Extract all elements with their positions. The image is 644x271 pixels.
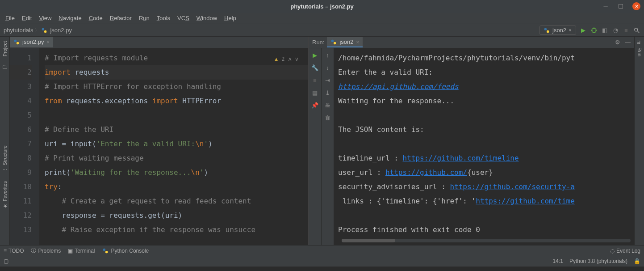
menu-help[interactable]: Help bbox=[222, 14, 239, 22]
tool-favorites[interactable]: ★Favorites bbox=[1, 179, 8, 211]
tool-python-console[interactable]: Python Console bbox=[102, 248, 149, 254]
run-button[interactable]: ▶ bbox=[580, 27, 587, 34]
editor-tab-json2[interactable]: json2.py × bbox=[10, 37, 53, 48]
breadcrumb-file[interactable]: json2.py bbox=[50, 27, 71, 34]
console-link[interactable]: https://github.com/ bbox=[385, 168, 467, 177]
editor-tab-bar: json2.py × bbox=[10, 37, 308, 48]
run-config-name: json2 bbox=[552, 27, 566, 34]
python-icon bbox=[102, 248, 109, 254]
nav-bar: phytutorials 〉 json2.py json2 ▼ ▶ ◧ ◔ ■ bbox=[0, 24, 644, 37]
status-icon[interactable]: ▢ bbox=[4, 258, 8, 264]
close-tab-icon[interactable]: × bbox=[46, 39, 49, 45]
tool-problems[interactable]: ⓘProblems bbox=[31, 247, 61, 254]
console-output[interactable]: /home/fahmida/PycharmProjects/phytutoria… bbox=[334, 48, 634, 245]
svg-rect-11 bbox=[17, 42, 19, 44]
menu-code[interactable]: Code bbox=[86, 14, 105, 22]
tool-event-log[interactable]: ◌Event Log bbox=[610, 248, 640, 254]
profile-button[interactable]: ◔ bbox=[612, 27, 619, 34]
console-scrollbar[interactable] bbox=[342, 239, 631, 242]
scroll-to-end-icon[interactable]: ⤓ bbox=[324, 89, 332, 97]
code-editor[interactable]: 12345678910111213 ▲2 ʌ v # Import reques… bbox=[10, 48, 308, 245]
up-icon[interactable]: ↑ bbox=[324, 51, 332, 59]
console-link[interactable]: https://api.github.com/feeds bbox=[338, 82, 459, 91]
run-tab-label: json2 bbox=[339, 38, 353, 45]
pin-icon[interactable]: 📌 bbox=[311, 101, 319, 109]
tool-structure[interactable]: ⋮Structure bbox=[1, 144, 8, 174]
breadcrumb-project[interactable]: phytutorials bbox=[4, 27, 33, 34]
tool-terminal[interactable]: ▣Terminal bbox=[68, 248, 95, 254]
svg-point-8 bbox=[635, 28, 638, 31]
menu-view[interactable]: View bbox=[36, 14, 54, 22]
svg-rect-2 bbox=[544, 28, 547, 30]
search-button[interactable] bbox=[633, 27, 640, 34]
menu-bar: File Edit View Navigate Code Refactor Ru… bbox=[0, 13, 644, 24]
close-run-tab-icon[interactable]: × bbox=[356, 39, 359, 45]
run-toolbar-left: ▶ 🔧 ■ ▤ 📌 bbox=[309, 48, 321, 245]
next-highlight-icon[interactable]: v bbox=[295, 52, 298, 66]
run-pane: Run: json2 × ⚙ — ▶ 🔧 ■ ▤ 📌 ↑ bbox=[308, 37, 634, 245]
editor-tab-label: json2.py bbox=[22, 38, 44, 45]
scrollbar-thumb[interactable] bbox=[342, 239, 395, 242]
warning-icon[interactable]: ▲ bbox=[275, 52, 278, 66]
menu-edit[interactable]: Edit bbox=[19, 14, 34, 22]
down-icon[interactable]: ↓ bbox=[324, 64, 332, 72]
tool-project[interactable]: Project bbox=[1, 39, 8, 58]
rerun-button[interactable]: ▶ bbox=[311, 51, 319, 59]
project-folder-icon[interactable]: 🗀 bbox=[2, 64, 8, 70]
breadcrumb: phytutorials 〉 json2.py bbox=[4, 27, 72, 34]
close-button[interactable]: ✕ bbox=[632, 2, 640, 10]
chevron-right-icon: 〉 bbox=[35, 27, 39, 34]
run-header: Run: json2 × ⚙ — bbox=[309, 37, 634, 48]
expand-icon[interactable]: ⊟ bbox=[636, 39, 643, 46]
run-label: Run: bbox=[312, 39, 324, 46]
stop-run-button: ■ bbox=[311, 76, 319, 84]
maximize-button[interactable] bbox=[617, 3, 624, 10]
prev-highlight-icon[interactable]: ʌ bbox=[289, 52, 292, 66]
svg-rect-10 bbox=[14, 39, 17, 42]
layout-icon[interactable]: ▤ bbox=[311, 89, 319, 97]
python-icon bbox=[544, 27, 550, 34]
menu-window[interactable]: Window bbox=[194, 14, 220, 22]
console-link[interactable]: https://github.com/timeline bbox=[403, 154, 519, 162]
gear-icon[interactable]: ⚙ bbox=[615, 39, 620, 46]
run-toolbar-right: ↑ ↓ ⇥ ⤓ 🖶 🗑 bbox=[321, 48, 334, 245]
wrench-icon[interactable]: 🔧 bbox=[311, 64, 319, 72]
minimize-button[interactable]: ─ bbox=[602, 3, 609, 10]
terminal-icon: ▣ bbox=[68, 248, 73, 254]
code-content[interactable]: ▲2 ʌ v # Import requests module import r… bbox=[39, 48, 308, 245]
lock-icon[interactable]: 🔒 bbox=[634, 258, 640, 264]
console-link[interactable]: https://github.com/time bbox=[476, 197, 575, 205]
run-config-selector[interactable]: json2 ▼ bbox=[539, 25, 576, 35]
soft-wrap-icon[interactable]: ⇥ bbox=[324, 76, 332, 84]
python-interpreter[interactable]: Python 3.8 (phytutorials) bbox=[569, 258, 627, 264]
list-icon: ≡ bbox=[4, 248, 7, 254]
hide-panel-icon[interactable]: — bbox=[625, 39, 631, 46]
menu-tools[interactable]: Tools bbox=[154, 14, 173, 22]
print-icon[interactable]: 🖶 bbox=[324, 101, 332, 109]
caret-position[interactable]: 14:1 bbox=[553, 258, 563, 264]
menu-navigate[interactable]: Navigate bbox=[56, 14, 84, 22]
svg-line-9 bbox=[637, 30, 639, 32]
trash-icon[interactable]: 🗑 bbox=[324, 114, 332, 122]
svg-rect-15 bbox=[105, 251, 108, 253]
menu-vcs[interactable]: VCS bbox=[175, 14, 192, 22]
line-number-gutter: 12345678910111213 bbox=[10, 48, 39, 245]
status-bar: ▢ 14:1 Python 3.8 (phytutorials) 🔒 bbox=[0, 256, 644, 267]
menu-run[interactable]: Run bbox=[136, 14, 152, 22]
menu-refactor[interactable]: Refactor bbox=[107, 14, 134, 22]
console-link[interactable]: https://github.com/security-a bbox=[450, 182, 574, 191]
python-file-icon bbox=[13, 39, 20, 45]
svg-rect-13 bbox=[334, 42, 336, 44]
debug-button[interactable] bbox=[590, 27, 598, 34]
left-tool-gutter: Project 🗀 ⋮Structure ★Favorites bbox=[0, 37, 10, 245]
chevron-down-icon: ▼ bbox=[568, 28, 572, 33]
menu-file[interactable]: File bbox=[3, 14, 17, 22]
tool-todo[interactable]: ≡TODO bbox=[4, 248, 24, 254]
tool-run[interactable]: Run bbox=[636, 46, 643, 58]
svg-rect-12 bbox=[331, 39, 334, 42]
coverage-button[interactable]: ◧ bbox=[601, 27, 608, 34]
svg-rect-1 bbox=[44, 30, 46, 33]
run-tab-json2[interactable]: json2 × bbox=[327, 37, 363, 47]
editor-pane: json2.py × 12345678910111213 ▲2 ʌ v # Im… bbox=[10, 37, 308, 245]
right-tool-gutter: ⊟ Run bbox=[634, 37, 644, 245]
